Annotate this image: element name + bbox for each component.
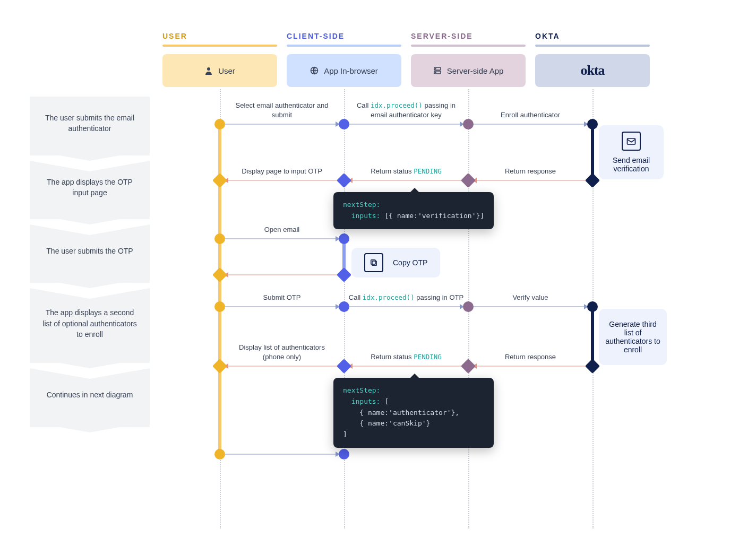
diagram-frame: USER User CLIENT-SIDE App In-browser SER…	[0, 0, 756, 555]
note-copy-otp: Copy OTP	[351, 248, 440, 278]
lane-title-server: SERVER-SIDE	[411, 32, 526, 40]
lane-box-server-label: Server-side App	[447, 66, 504, 75]
svg-rect-8	[371, 260, 375, 264]
envelope-icon	[622, 132, 641, 151]
label-l1b: Call idx.proceed() passing in email auth…	[353, 101, 459, 123]
note-generate-list: Generate third list of authenticators to…	[599, 309, 667, 365]
node-client-6	[339, 449, 349, 459]
arrow-server-to-okta-4	[474, 306, 587, 307]
node-okta-1	[587, 119, 598, 129]
node-okta-5	[585, 359, 600, 374]
svg-point-4	[435, 68, 436, 69]
lane-client: CLIENT-SIDE App In-browser	[287, 32, 401, 87]
node-client-2	[337, 173, 351, 188]
node-client-1	[339, 119, 349, 129]
note-copy-otp-text: Copy OTP	[393, 258, 427, 267]
arrow-user-to-client-1	[225, 124, 339, 125]
step-4-text: The app displays a second list of option…	[41, 307, 138, 340]
seg-okta-1	[591, 124, 594, 180]
lane-bar-okta	[535, 45, 650, 47]
globe-icon	[310, 66, 319, 75]
label-l2b: Return status PENDING	[371, 167, 442, 179]
step-2: The app displays the OTP input page	[30, 161, 150, 220]
code-bubble-2: nextStep: inputs: [ { name:'authenticato…	[333, 378, 494, 448]
okta-logo: okta	[580, 63, 604, 79]
arrow-okta-to-server-2	[474, 180, 587, 181]
lane-server: SERVER-SIDE Server-side App	[411, 32, 526, 87]
lane-box-okta: okta	[535, 54, 650, 87]
lane-title-okta: OKTA	[535, 32, 650, 40]
lane-bar-client	[287, 45, 401, 47]
step-5: Continues in next diagram	[30, 368, 150, 427]
lane-okta: OKTA okta	[535, 32, 650, 87]
server-icon	[433, 66, 442, 75]
arrow-client-to-user-5	[225, 366, 339, 367]
lane-user: USER User	[162, 32, 277, 87]
arrow-user-to-client-6	[225, 454, 339, 455]
note-generate-list-text: Generate third list of authenticators to…	[604, 320, 662, 354]
arrow-user-to-client-4	[225, 306, 339, 307]
lane-box-user: User	[162, 54, 277, 87]
lane-title-user: USER	[162, 32, 277, 40]
node-client-4	[339, 301, 349, 312]
node-okta-4	[587, 301, 598, 312]
code-bubble-1: nextStep: inputs: [{ name:'verification'…	[333, 192, 494, 229]
label-l1c: Enroll authenticator	[501, 110, 560, 123]
arrow-user-to-client-3	[225, 238, 339, 239]
step-4: The app displays a second list of option…	[30, 288, 150, 363]
note-send-email-text: Send email verification	[603, 156, 659, 173]
arrow-client-to-user-2	[225, 180, 339, 181]
node-user-2	[212, 173, 227, 188]
node-client-3b	[337, 267, 351, 282]
svg-rect-7	[372, 261, 376, 265]
step-5-text: Continues in next diagram	[47, 389, 133, 400]
svg-rect-6	[628, 138, 635, 144]
step-1: The user submits the email authenticator	[30, 97, 150, 155]
node-server-1	[463, 119, 474, 129]
node-user-1	[214, 119, 225, 129]
arrow-client-to-server-4	[349, 306, 463, 307]
svg-point-5	[435, 72, 436, 73]
lane-title-client: CLIENT-SIDE	[287, 32, 401, 40]
seg-okta-2	[591, 307, 594, 366]
node-client-3	[339, 233, 349, 244]
label-l1a: Select email authenticator and submit	[229, 101, 335, 123]
arrow-okta-to-server-5	[474, 366, 587, 367]
label-l4c: Verify value	[512, 293, 548, 306]
lane-bar-user	[162, 45, 277, 47]
label-l4b: Call idx.proceed() passing in OTP	[349, 293, 463, 306]
lane-bar-server	[411, 45, 526, 47]
label-l3a: Open email	[264, 225, 299, 238]
node-server-4	[463, 301, 474, 312]
node-user-6	[214, 449, 225, 459]
label-l5c: Display list of authenticators (phone on…	[229, 343, 335, 365]
note-send-email: Send email verification	[599, 125, 664, 179]
step-1-text: The user submits the email authenticator	[41, 112, 138, 134]
step-column: The user submits the email authenticator…	[30, 97, 150, 427]
lane-box-client-label: App In-browser	[324, 66, 378, 75]
step-3-text: The user submits the OTP	[46, 246, 133, 256]
step-3: The user submits the OTP	[30, 224, 150, 283]
arrow-server-to-client-5	[349, 366, 463, 367]
node-user-4	[214, 301, 225, 312]
arrow-server-to-client-2	[349, 180, 463, 181]
step-2-text: The app displays the OTP input page	[41, 177, 138, 198]
node-user-3b	[212, 267, 227, 282]
label-l5a: Return response	[505, 352, 556, 365]
svg-point-0	[207, 67, 210, 71]
node-client-5	[337, 359, 351, 374]
label-l2c: Display page to input OTP	[242, 167, 322, 179]
label-l4a: Submit OTP	[263, 293, 301, 306]
lane-box-client: App In-browser	[287, 54, 401, 87]
arrow-server-to-okta-1	[474, 124, 587, 125]
copy-icon	[364, 253, 383, 272]
lane-headers: USER User CLIENT-SIDE App In-browser SER…	[162, 32, 650, 87]
node-server-2	[461, 173, 476, 188]
node-server-5	[461, 359, 476, 374]
lane-box-user-label: User	[218, 66, 235, 75]
lane-box-server: Server-side App	[411, 54, 526, 87]
arrow-client-to-user-3b	[225, 274, 339, 275]
user-icon	[204, 66, 213, 75]
label-l2a: Return response	[505, 167, 556, 179]
node-user-5	[212, 359, 227, 374]
